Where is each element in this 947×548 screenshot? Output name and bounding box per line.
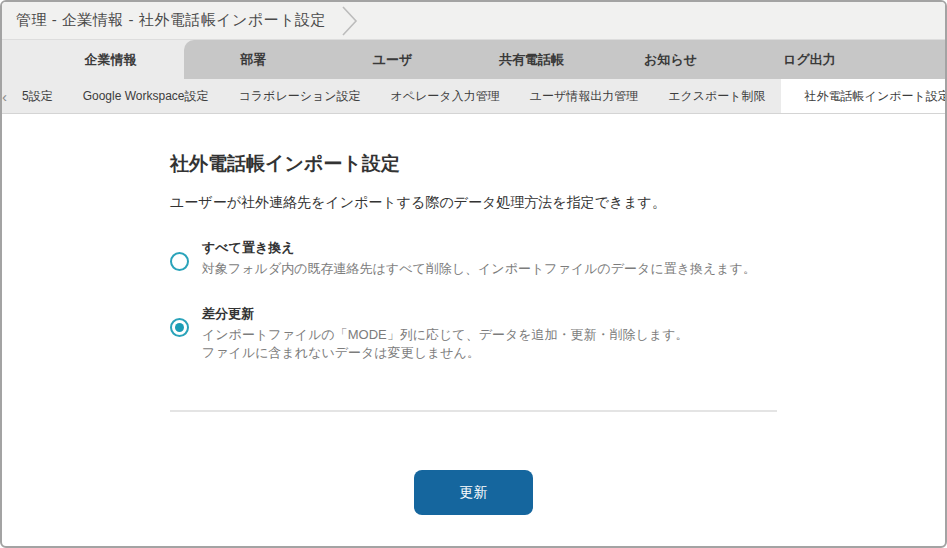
inactive-tab-group: 部署 ユーザ 共有電話帳 お知らせ ログ出力 — [184, 40, 945, 79]
option-replace-all-label: すべて置き換え — [202, 239, 756, 257]
sub-tab-operator-input[interactable]: オペレータ入力管理 — [376, 79, 515, 113]
radio-differential-update[interactable] — [170, 318, 189, 337]
sub-tab-collaboration[interactable]: コラボレーション設定 — [224, 79, 376, 113]
option-differential-update-description-line2: ファイルに含まれないデータは変更しません。 — [202, 344, 688, 362]
main-tab-bar: 企業情報 部署 ユーザ 共有電話帳 お知らせ ログ出力 — [2, 40, 945, 79]
button-row: 更新 — [170, 470, 777, 515]
option-replace-all: すべて置き換え 対象フォルダ内の既存連絡先はすべて削除し、インポートファイルのデ… — [170, 239, 945, 278]
page-description: ユーザーが社外連絡先をインポートする際のデータ処理方法を指定できます。 — [170, 194, 945, 212]
breadcrumb-chevron-icon — [340, 6, 360, 36]
sub-tab-google-workspace[interactable]: Google Workspace設定 — [68, 79, 224, 113]
option-differential-update-description-line1: インポートファイルの「MODE」列に応じて、データを追加・更新・削除します。 — [202, 326, 688, 344]
sub-tab-bar: ‹ 5設定 Google Workspace設定 コラボレーション設定 オペレー… — [2, 79, 945, 114]
settings-panel: 社外電話帳インポート設定 ユーザーが社外連絡先をインポートする際のデータ処理方法… — [2, 114, 945, 515]
update-button[interactable]: 更新 — [414, 470, 533, 515]
tab-notice[interactable]: お知らせ — [601, 40, 740, 79]
tab-user[interactable]: ユーザ — [323, 40, 462, 79]
breadcrumb-bar: 管理 - 企業情報 - 社外電話帳インポート設定 — [2, 2, 945, 40]
breadcrumb: 管理 - 企業情報 - 社外電話帳インポート設定 — [16, 11, 326, 30]
tab-log-output[interactable]: ログ出力 — [740, 40, 879, 79]
sub-tab-5-settings[interactable]: 5設定 — [7, 79, 68, 113]
tab-company-info[interactable]: 企業情報 — [37, 40, 184, 79]
option-differential-update: 差分更新 インポートファイルの「MODE」列に応じて、データを追加・更新・削除し… — [170, 305, 945, 362]
tab-shared-phonebook[interactable]: 共有電話帳 — [462, 40, 601, 79]
sub-tab-user-info-export[interactable]: ユーザ情報出力管理 — [515, 79, 654, 113]
sub-tab-export-restriction[interactable]: エクスポート制限 — [653, 79, 780, 113]
option-differential-update-label: 差分更新 — [202, 305, 688, 323]
radio-replace-all[interactable] — [170, 252, 189, 271]
admin-settings-window: 管理 - 企業情報 - 社外電話帳インポート設定 企業情報 部署 ユーザ 共有電… — [0, 0, 947, 548]
option-replace-all-description: 対象フォルダ内の既存連絡先はすべて削除し、インポートファイルのデータに置き換えま… — [202, 260, 756, 278]
sub-tab-external-phonebook-import[interactable]: 社外電話帳インポート設定 — [781, 79, 947, 113]
tab-department[interactable]: 部署 — [184, 40, 323, 79]
page-title: 社外電話帳インポート設定 — [170, 114, 945, 177]
section-divider — [170, 410, 777, 412]
